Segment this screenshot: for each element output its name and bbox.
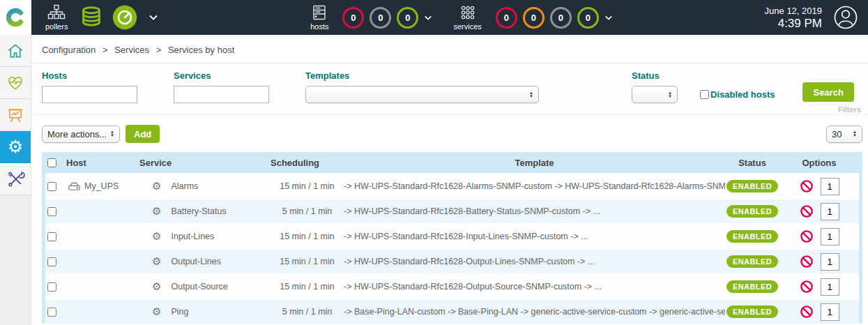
- services-filter-input[interactable]: [174, 86, 269, 103]
- breadcrumb-services[interactable]: Services: [114, 45, 149, 55]
- hosts-status-group: hosts 0 0 0: [310, 4, 435, 31]
- services-unknown-counter[interactable]: 0: [550, 7, 572, 29]
- hosts-label: hosts: [310, 22, 328, 31]
- disabled-hosts-label: Disabled hosts: [710, 89, 775, 100]
- services-table: Host Service Scheduling Template Status …: [42, 152, 862, 324]
- status-counters: hosts 0 0 0: [310, 4, 616, 31]
- breadcrumb: Configuration > Services > Services by h…: [31, 35, 868, 63]
- centreon-logo[interactable]: [0, 0, 31, 35]
- select-arrows-icon: ▲▼: [529, 91, 533, 98]
- table-row: ⚙ Ping 5 min / 1 min -> Base-Ping-LAN-cu…: [45, 298, 859, 324]
- table-row: ⚙ Output-Source 15 min / 1 min -> HW-UPS…: [45, 273, 859, 298]
- duplicate-count-input[interactable]: [821, 178, 839, 195]
- templates-filter-select[interactable]: ▲▼: [305, 86, 539, 103]
- duplicate-count-input[interactable]: [821, 253, 839, 271]
- header-options: Options: [779, 158, 859, 168]
- time-label: 4:39 PM: [765, 17, 822, 30]
- duplicate-count-input[interactable]: [821, 278, 839, 296]
- prohibition-icon[interactable]: [800, 179, 814, 193]
- add-button[interactable]: Add: [125, 125, 160, 143]
- hosts-up-counter[interactable]: 0: [397, 7, 418, 29]
- server-icon: [68, 181, 81, 192]
- table-row: ⚙ Input-Lines 15 min / 1 min -> HW-UPS-S…: [45, 223, 859, 248]
- service-name[interactable]: Output-Lines: [171, 257, 221, 266]
- prohibition-icon[interactable]: [800, 204, 814, 218]
- sidebar-item-configuration[interactable]: ⚙: [0, 131, 31, 163]
- breadcrumb-configuration[interactable]: Configuration: [42, 45, 96, 55]
- row-checkbox[interactable]: [47, 207, 56, 216]
- services-ok-counter[interactable]: 0: [577, 7, 599, 29]
- prohibition-icon[interactable]: [800, 229, 814, 243]
- service-name[interactable]: Input-Lines: [171, 232, 214, 241]
- main-content: Configuration > Services > Services by h…: [31, 35, 868, 325]
- centreon-logo-icon: [6, 7, 26, 28]
- services-chevron-down-icon[interactable]: [604, 15, 613, 21]
- template-chain: -> HW-UPS-Standard-Rfc1628-Input-Lines-S…: [344, 232, 725, 241]
- hosts-unreachable-counter[interactable]: 0: [370, 7, 391, 29]
- duplicate-count-input[interactable]: [821, 303, 839, 321]
- row-checkbox[interactable]: [47, 232, 56, 241]
- templates-filter-label: Templates: [305, 70, 539, 81]
- prohibition-icon[interactable]: [800, 255, 814, 269]
- scheduling-value: 15 min / 1 min: [271, 181, 344, 191]
- status-filter-label: Status: [632, 70, 678, 81]
- status-filter-select[interactable]: ▲▼: [632, 86, 678, 103]
- sidebar-item-administration[interactable]: [0, 163, 31, 195]
- heart-pulse-icon: [6, 74, 25, 92]
- template-chain: -> HW-UPS-Standard-Rfc1628-Output-Source…: [344, 282, 725, 292]
- disabled-hosts-toggle: Disabled hosts: [700, 89, 775, 100]
- services-warning-counter[interactable]: 0: [523, 7, 545, 29]
- hosts-down-counter[interactable]: 0: [342, 7, 364, 29]
- gear-icon: ⚙: [8, 138, 23, 156]
- services-menu[interactable]: services: [453, 4, 481, 31]
- filters-caption: Filters: [838, 105, 861, 114]
- gear-icon: ⚙: [152, 305, 161, 318]
- sidebar-item-home[interactable]: [0, 35, 31, 67]
- service-name[interactable]: Ping: [171, 307, 188, 317]
- hosts-menu[interactable]: hosts: [310, 4, 328, 31]
- hosts-chevron-down-icon[interactable]: [424, 15, 432, 21]
- status-badge: ENABLED: [726, 230, 778, 243]
- prohibition-icon[interactable]: [800, 305, 814, 319]
- template-chain: -> HW-UPS-Standard-Rfc1628-Alarms-SNMP-c…: [344, 181, 725, 191]
- service-name[interactable]: Alarms: [171, 181, 198, 191]
- row-checkbox[interactable]: [47, 282, 56, 292]
- sidebar-item-reporting[interactable]: [0, 99, 31, 131]
- header-status: Status: [725, 158, 779, 168]
- gear-icon: ⚙: [152, 230, 161, 243]
- gear-icon: ⚙: [152, 180, 161, 192]
- service-name[interactable]: Output-Source: [171, 282, 227, 292]
- breadcrumb-services-by-host[interactable]: Services by host: [168, 45, 234, 55]
- host-name[interactable]: My_UPS: [84, 181, 119, 191]
- user-avatar-icon[interactable]: [833, 5, 858, 30]
- row-checkbox[interactable]: [47, 308, 56, 317]
- duplicate-count-input[interactable]: [821, 228, 839, 245]
- server-stack-icon: [311, 4, 328, 21]
- search-button[interactable]: Search: [802, 82, 853, 102]
- pollers-menu[interactable]: pollers: [45, 4, 68, 31]
- prohibition-icon[interactable]: [800, 280, 814, 294]
- more-actions-select[interactable]: More actions... ▲▼: [42, 126, 120, 143]
- services-critical-counter[interactable]: 0: [496, 7, 517, 29]
- filter-panel: Hosts Services Templates ▲▼ Status: [31, 63, 868, 115]
- header-scheduling: Scheduling: [271, 158, 344, 168]
- service-name[interactable]: Battery-Status: [171, 206, 226, 216]
- pollers-label: pollers: [45, 22, 68, 31]
- database-icon[interactable]: [79, 5, 104, 30]
- duplicate-count-input[interactable]: [821, 203, 839, 220]
- page-size-select[interactable]: 30 ▲▼: [826, 126, 862, 143]
- row-checkbox[interactable]: [47, 257, 56, 266]
- gear-icon: ⚙: [152, 205, 161, 218]
- disabled-hosts-checkbox[interactable]: [700, 90, 709, 99]
- hosts-filter-input[interactable]: [42, 86, 137, 103]
- row-checkbox[interactable]: [47, 182, 56, 191]
- template-chain: -> Base-Ping-LAN-custom -> Base-Ping-LAN…: [344, 307, 725, 317]
- select-all-checkbox[interactable]: [47, 158, 56, 167]
- poller-chevron-down-icon[interactable]: [149, 14, 158, 21]
- home-icon: [6, 42, 24, 60]
- circles-grid-icon: [459, 4, 477, 21]
- select-arrows-icon: ▲▼: [110, 130, 114, 137]
- gauge-icon[interactable]: [112, 5, 137, 30]
- sidebar-item-monitoring[interactable]: [0, 67, 31, 99]
- scheduling-value: 15 min / 1 min: [271, 232, 344, 241]
